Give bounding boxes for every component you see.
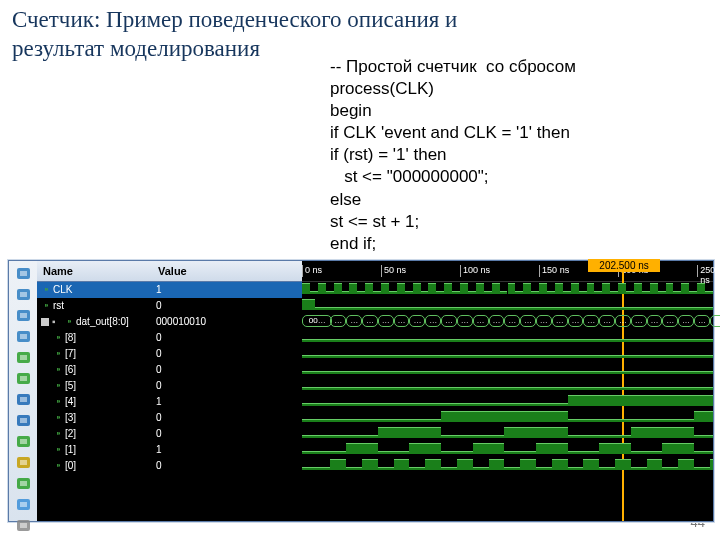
signal-value-row[interactable]: 1	[152, 442, 302, 458]
waveform-trace	[302, 425, 713, 441]
waveform-trace	[302, 441, 713, 457]
signal-value-row[interactable]: 1	[152, 282, 302, 298]
signal-value: 1	[156, 282, 162, 298]
waveform-trace	[302, 377, 713, 393]
signal-name-row[interactable]: ⁍[7]	[37, 346, 152, 362]
signal-name-row[interactable]: ⁍[6]	[37, 362, 152, 378]
signal-name-label: rst	[53, 298, 64, 314]
signal-name-label: [4]	[65, 394, 76, 410]
signal-name-row[interactable]: ⁍[1]	[37, 442, 152, 458]
svg-rect-25	[20, 523, 27, 528]
signal-value: 000010010	[156, 314, 206, 330]
zoom-out-icon[interactable]	[13, 285, 33, 303]
svg-rect-9	[20, 355, 27, 360]
svg-rect-13	[20, 397, 27, 402]
signal-name-label: dat_out[8:0]	[76, 314, 129, 330]
ruler-icon[interactable]	[13, 516, 33, 534]
signal-name-row[interactable]: ⁍[3]	[37, 410, 152, 426]
code-block: -- Простой счетчик со сбросом process(CL…	[330, 56, 576, 255]
waveform-trace	[302, 393, 713, 409]
signal-name-label: [7]	[65, 346, 76, 362]
signal-name-row[interactable]: ⁍[0]	[37, 458, 152, 474]
signal-name-label: [3]	[65, 410, 76, 426]
signal-value: 0	[156, 362, 162, 378]
time-tick: 100 ns	[460, 265, 490, 277]
add-marker-icon[interactable]	[13, 453, 33, 471]
last-icon[interactable]	[13, 411, 33, 429]
signal-name-row[interactable]: ⁍[4]	[37, 394, 152, 410]
waveform-area[interactable]: 0 ns50 ns100 ns150 ns200 ns250 ns 202.50…	[302, 261, 713, 521]
signal-value: 0	[156, 298, 162, 314]
signal-name-row[interactable]: ⁍[8]	[37, 330, 152, 346]
signal-value-row[interactable]: 0	[152, 362, 302, 378]
signal-name-label: [6]	[65, 362, 76, 378]
signal-name-row[interactable]: ⁍[2]	[37, 426, 152, 442]
waveform-trace	[302, 409, 713, 425]
time-tick: 0 ns	[302, 265, 322, 277]
waveform-trace: 00……………………………………………………………………	[302, 313, 713, 329]
signal-value-row[interactable]: 0	[152, 458, 302, 474]
svg-rect-23	[20, 502, 27, 507]
time-tick: 250 ns	[697, 265, 715, 277]
play-icon[interactable]	[13, 432, 33, 450]
signal-name-row[interactable]: ⁍[5]	[37, 378, 152, 394]
waveform-viewer: Name ⁍CLK⁍rst▪⁍dat_out[8:0]⁍[8]⁍[7]⁍[6]⁍…	[8, 260, 714, 522]
svg-rect-17	[20, 439, 27, 444]
signal-value-row[interactable]: 0	[152, 346, 302, 362]
signal-value-row[interactable]: 0	[152, 426, 302, 442]
signal-name-row[interactable]: ⁍rst	[37, 298, 152, 314]
signal-value: 0	[156, 378, 162, 394]
signal-value-row[interactable]: 0	[152, 410, 302, 426]
signal-name-label: [0]	[65, 458, 76, 474]
signal-value-row[interactable]: 1	[152, 394, 302, 410]
svg-rect-11	[20, 376, 27, 381]
signal-name-label: [1]	[65, 442, 76, 458]
signal-name-label: [8]	[65, 330, 76, 346]
signal-value-row[interactable]: 0	[152, 298, 302, 314]
svg-rect-21	[20, 481, 27, 486]
signal-value-row[interactable]: 0	[152, 330, 302, 346]
next-edge-icon[interactable]	[13, 369, 33, 387]
signal-name-column: Name ⁍CLK⁍rst▪⁍dat_out[8:0]⁍[8]⁍[7]⁍[6]⁍…	[37, 261, 153, 521]
signal-value: 1	[156, 394, 162, 410]
zoom-sel-icon[interactable]	[13, 327, 33, 345]
waveform-trace	[302, 457, 713, 473]
waveform-trace	[302, 329, 713, 345]
zoom-in-icon[interactable]	[13, 264, 33, 282]
signal-value: 0	[156, 458, 162, 474]
first-icon[interactable]	[13, 390, 33, 408]
waveform-trace	[302, 345, 713, 361]
signal-value-row[interactable]: 0	[152, 378, 302, 394]
signal-value-column: Value 10000010010000010010	[152, 261, 303, 521]
signal-name-row[interactable]: ▪⁍dat_out[8:0]	[37, 314, 152, 330]
signal-name-label: [5]	[65, 378, 76, 394]
cursor-label: 202.500 ns	[588, 259, 660, 272]
sim-toolbar	[9, 261, 38, 521]
time-tick: 50 ns	[381, 265, 406, 277]
measure-icon[interactable]	[13, 495, 33, 513]
signal-value: 0	[156, 346, 162, 362]
prev-edge-icon[interactable]	[13, 348, 33, 366]
zoom-fit-icon[interactable]	[13, 306, 33, 324]
time-tick: 150 ns	[539, 265, 569, 277]
signal-value: 0	[156, 426, 162, 442]
signal-name-label: CLK	[53, 282, 72, 298]
signal-value: 0	[156, 330, 162, 346]
waveform-trace	[302, 361, 713, 377]
swap-icon[interactable]	[13, 474, 33, 492]
svg-rect-5	[20, 313, 27, 318]
svg-rect-15	[20, 418, 27, 423]
waveform-trace	[302, 281, 713, 297]
svg-rect-1	[20, 271, 27, 276]
svg-rect-3	[20, 292, 27, 297]
waveform-trace	[302, 297, 713, 313]
signal-value: 1	[156, 442, 162, 458]
signal-name-label: [2]	[65, 426, 76, 442]
signal-value-row[interactable]: 000010010	[152, 314, 302, 330]
signal-value: 0	[156, 410, 162, 426]
signal-name-row[interactable]: ⁍CLK	[37, 282, 152, 298]
svg-rect-7	[20, 334, 27, 339]
svg-rect-19	[20, 460, 27, 465]
name-header: Name	[37, 261, 152, 282]
value-header: Value	[152, 261, 302, 282]
